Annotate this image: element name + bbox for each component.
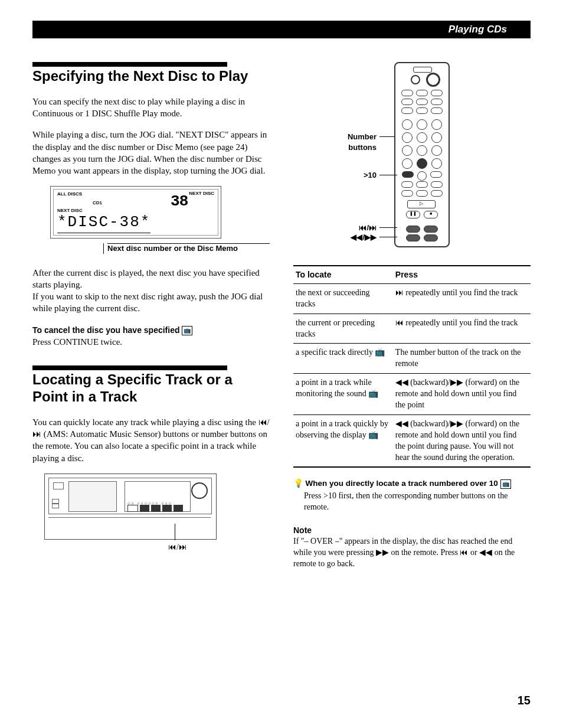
section2-title: Locating a Specific Track or a Point in … [32,371,270,406]
section1-title: Specifying the Next Disc to Play [32,68,270,85]
tip-body: Press >10 first, then the corresponding … [304,491,531,513]
remote-icon: 📺 [500,479,511,489]
right-column: ▷ ❚❚ ■ [293,62,531,570]
tip-icon: 💡 [293,479,303,488]
table-header-1: To locate [293,266,393,283]
tip-head: When you directly locate a track numbere… [306,479,511,488]
note-body: If "– OVER –" appears in the display, th… [293,536,531,570]
left-column: Specifying the Next Disc to Play You can… [32,62,270,570]
remote-icon: 📺 [182,326,192,335]
display-cd1: CD1 [93,200,102,207]
remote-label-number-buttons: Number buttons [317,132,377,152]
header-title: Playing CDs [449,23,507,37]
tip-box: 💡 When you directly locate a track numbe… [293,478,531,513]
section-rule [32,62,227,67]
table-header-2: Press [393,266,531,283]
note-head: Note [293,525,531,536]
cancel-body: Press CONTINUE twice. [32,336,270,348]
display-all-discs: ALL DISCS [57,191,102,198]
table-row: a specific track directly 📺The number bu… [293,344,531,374]
header-bar: Playing CDs [32,21,531,38]
section1-para1: You can specify the next disc to play wh… [32,96,270,120]
locate-table: To locate Press the next or succeeding t… [293,265,531,468]
remote-label-gt10: >10 [317,170,377,181]
page-number: 15 [518,693,531,709]
remote-label-scan: ◀◀/▶▶ [317,232,377,243]
section-rule-2 [32,365,227,370]
table-row: a point in a track quickly by observing … [293,414,531,467]
cancel-head: To cancel the disc you have specified 📺 [32,325,192,335]
section1-para3: After the current disc is played, the ne… [32,267,270,291]
remote-label-skip: ⏮/⏭ [317,223,377,233]
display-big-number: 38 [171,191,188,212]
display-main-text: *DISC-38* [57,212,150,233]
display-next-disc-small: NEXT DISC [189,191,214,196]
section1-para4: If you want to skip to the next disc rig… [32,290,270,315]
table-row: a point in a track while monitoring the … [293,374,531,415]
remote-diagram: ▷ ❚❚ ■ [317,62,506,251]
section1-para2: While playing a disc, turn the JOG dial.… [32,129,270,177]
table-row: the current or preceding tracks⏮ repeate… [293,314,531,344]
unit-diagram: ○○ ○○○○○○ ○○○ [44,474,217,540]
table-row: the next or succeeding tracks⏭ repeatedl… [293,283,531,314]
display-panel: ALL DISCS CD1 NEXT DISC 38 NEXT DISC *DI… [50,186,221,238]
unit-caption: ⏮/⏭ [168,542,270,553]
section2-para1: You can quickly locate any track while p… [32,416,270,464]
display-caption: Next disc number or the Disc Memo [103,243,270,254]
